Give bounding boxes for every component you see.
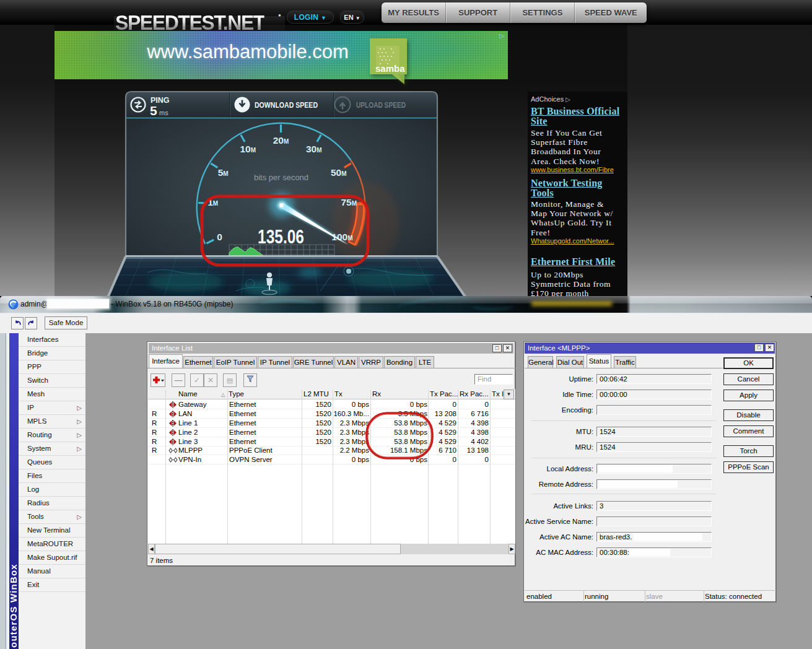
svg-text:bits per second: bits per second — [254, 173, 308, 182]
svg-text:samba: samba — [375, 63, 405, 74]
svg-text:135.06: 135.06 — [258, 225, 304, 248]
svg-text:0: 0 — [217, 232, 222, 242]
svg-text:5: 5 — [150, 103, 157, 118]
svg-text:UPLOAD SPEED: UPLOAD SPEED — [356, 101, 406, 110]
svg-text:DOWNLOAD SPEED: DOWNLOAD SPEED — [255, 101, 318, 110]
svg-text:ms: ms — [159, 109, 168, 116]
